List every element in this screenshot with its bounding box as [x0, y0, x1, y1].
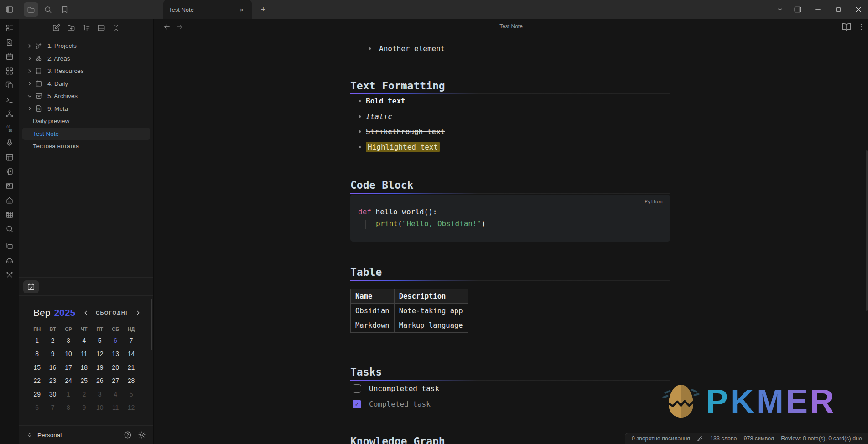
graph-icon[interactable] — [5, 110, 14, 118]
calendar-day[interactable]: 28 — [123, 374, 139, 388]
calendar-icon[interactable] — [5, 52, 14, 61]
tab-test-note[interactable]: Test Note × — [163, 0, 252, 19]
tree-folder-resources[interactable]: 3. Resources — [19, 65, 153, 77]
copies-icon[interactable] — [5, 81, 14, 89]
calendar-next-button[interactable] — [134, 309, 142, 317]
new-tab-button[interactable]: + — [257, 3, 270, 16]
calendar-year[interactable]: 2025 — [54, 307, 75, 318]
calendar-day[interactable]: 24 — [61, 374, 76, 388]
sidebar-scrollbar[interactable] — [151, 299, 152, 350]
calendar-day[interactable]: 11 — [76, 347, 92, 361]
calendar-day[interactable]: 6 — [29, 401, 45, 415]
calendar-day[interactable]: 25 — [76, 374, 92, 388]
home-icon[interactable] — [5, 196, 14, 204]
tab-close-icon[interactable]: × — [237, 5, 246, 14]
calendar-day[interactable]: 5 — [92, 334, 108, 347]
calendar-prev-button[interactable] — [82, 309, 90, 317]
toggle-left-sidebar-button[interactable] — [3, 3, 16, 16]
calendar-day[interactable]: 9 — [76, 401, 92, 415]
main-scrollbar[interactable] — [866, 150, 868, 311]
calendar-day[interactable]: 16 — [45, 361, 60, 374]
reading-mode-book-icon[interactable] — [842, 22, 852, 32]
sort-icon[interactable] — [82, 24, 90, 32]
edit-pencil-icon[interactable] — [697, 435, 703, 442]
calendar-day[interactable]: 29 — [29, 387, 45, 401]
binary-icon[interactable]: 0110 — [5, 124, 14, 133]
calendar-today-button[interactable]: СЬОГОДНІ — [96, 310, 128, 315]
vault-switcher[interactable]: Personal — [19, 425, 153, 444]
terminal-icon[interactable] — [5, 96, 14, 104]
calendar-day[interactable]: 1 — [29, 334, 45, 347]
table-icon[interactable] — [5, 211, 14, 219]
calendar-day[interactable]: 19 — [92, 361, 108, 374]
help-icon[interactable] — [124, 431, 132, 439]
close-button[interactable] — [848, 0, 868, 19]
tree-file-daily-preview[interactable]: Daily preview — [19, 115, 153, 128]
calendar-day[interactable]: 15 — [29, 361, 45, 374]
calendar-day[interactable]: 10 — [92, 401, 108, 415]
headphones-icon[interactable] — [5, 256, 14, 264]
calendar-day[interactable]: 7 — [123, 334, 139, 347]
calendar-day[interactable]: 2 — [45, 334, 60, 347]
panel-bottom-icon[interactable] — [97, 24, 105, 32]
tree-file-test-note[interactable]: Test Note — [22, 128, 150, 140]
minimize-button[interactable] — [807, 0, 828, 19]
kanban-icon[interactable] — [5, 182, 14, 190]
calendar-day[interactable]: 4 — [76, 334, 92, 347]
maximize-button[interactable] — [828, 0, 848, 19]
microphone-icon[interactable] — [5, 139, 14, 147]
ribbon-search-icon[interactable] — [5, 225, 14, 233]
calendar-day[interactable]: 8 — [61, 401, 76, 415]
settings-gear-icon[interactable] — [138, 431, 146, 439]
calendar-day[interactable]: 26 — [92, 374, 108, 388]
files-button[interactable] — [24, 2, 38, 17]
calendar-day[interactable]: 18 — [76, 361, 92, 374]
calendar-day[interactable]: 12 — [123, 401, 139, 415]
calendar-panel-tab[interactable] — [23, 280, 39, 293]
calendar-day[interactable]: 21 — [123, 361, 139, 374]
tab-list-button[interactable] — [772, 0, 788, 19]
tree-file-testova-notatka[interactable]: Тестова нотатка — [19, 140, 153, 153]
calendar-day-today[interactable]: 6 — [108, 334, 123, 347]
calendar-month[interactable]: Вер — [33, 307, 50, 318]
calendar-day[interactable]: 8 — [29, 347, 45, 361]
calendar-day[interactable]: 12 — [92, 347, 108, 361]
search-button[interactable] — [42, 3, 54, 16]
calendar-day[interactable]: 1 — [61, 387, 76, 401]
tree-folder-projects[interactable]: 1. Projects — [19, 40, 153, 52]
collapse-all-icon[interactable] — [112, 24, 120, 32]
calendar-day[interactable]: 20 — [108, 361, 123, 374]
calendar-day[interactable]: 4 — [108, 387, 123, 401]
calendar-day[interactable]: 9 — [45, 347, 60, 361]
calendar-day[interactable]: 2 — [76, 387, 92, 401]
tree-folder-archives[interactable]: 5. Archives — [19, 90, 153, 103]
calendar-day[interactable]: 14 — [123, 347, 139, 361]
calendar-day[interactable]: 17 — [61, 361, 76, 374]
calendar-day[interactable]: 30 — [45, 387, 60, 401]
calendar-day[interactable]: 3 — [61, 334, 76, 347]
checkbox-unchecked[interactable] — [353, 384, 361, 393]
calendar-day[interactable]: 5 — [123, 387, 139, 401]
flashcards-icon[interactable]: ★ — [5, 167, 14, 176]
calendar-day[interactable]: 11 — [108, 401, 123, 415]
tree-folder-areas[interactable]: 2. Areas — [19, 52, 153, 65]
new-note-icon[interactable] — [52, 24, 60, 32]
calendar-day[interactable]: 10 — [61, 347, 76, 361]
tree-folder-daily[interactable]: 4. Daily — [19, 77, 153, 90]
calendar-day[interactable]: 27 — [108, 374, 123, 388]
calendar-day[interactable]: 13 — [108, 347, 123, 361]
bookmarks-button[interactable] — [58, 3, 71, 16]
checkbox-checked[interactable] — [353, 400, 361, 408]
calendar-day[interactable]: 7 — [45, 401, 60, 415]
calendar-day[interactable]: 23 — [45, 374, 60, 388]
toggle-right-sidebar-button[interactable] — [788, 0, 807, 19]
tree-folder-meta[interactable]: 01 9. Meta — [19, 103, 153, 115]
more-options-icon[interactable] — [857, 23, 865, 31]
new-folder-icon[interactable] — [67, 24, 75, 32]
calendar-day[interactable]: 3 — [92, 387, 108, 401]
layers-icon[interactable] — [5, 242, 14, 250]
layout-panel-icon[interactable] — [5, 153, 14, 161]
dashboard-icon[interactable] — [5, 67, 14, 75]
workspaces-icon[interactable] — [5, 24, 14, 32]
file-search-icon[interactable] — [5, 38, 14, 46]
